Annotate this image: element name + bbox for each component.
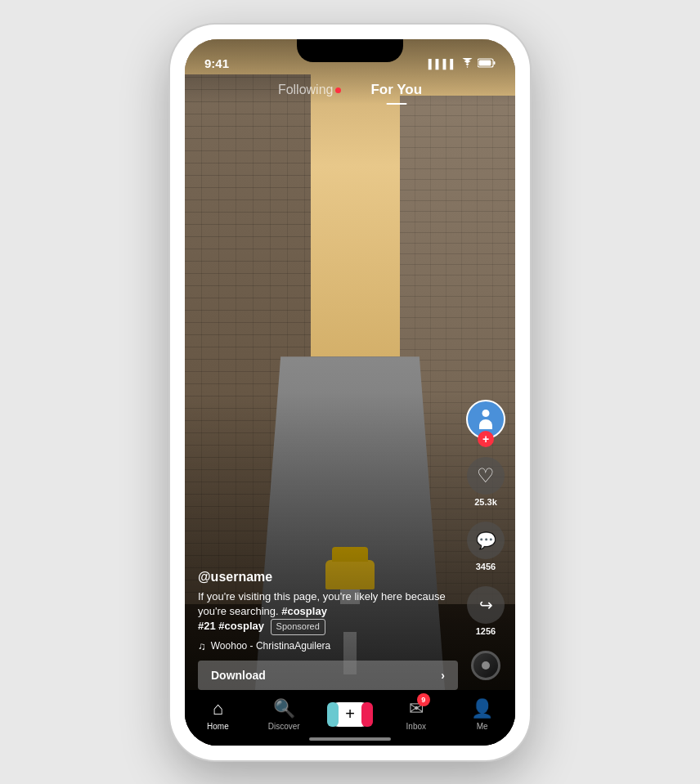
phone-screen: 9:41 ▌▌▌▌ bbox=[185, 39, 515, 746]
signal-icon: ▌▌▌▌ bbox=[429, 59, 457, 69]
search-icon: 🔍 bbox=[273, 698, 295, 719]
me-label: Me bbox=[477, 722, 488, 731]
svg-rect-2 bbox=[479, 60, 491, 65]
phone-frame: 9:41 ▌▌▌▌ bbox=[170, 25, 530, 760]
music-note-icon: ♫ bbox=[198, 640, 206, 652]
share-icon-bg: ↪ bbox=[467, 586, 505, 624]
tab-following[interactable]: Following bbox=[271, 79, 348, 101]
share-icon: ↪ bbox=[479, 595, 493, 615]
follow-button[interactable]: + bbox=[478, 431, 494, 447]
nav-profile[interactable]: 👤 Me bbox=[462, 698, 503, 731]
video-description: If you're visiting this page, you're lik… bbox=[198, 589, 458, 635]
inbox-badge-count: 9 bbox=[417, 693, 430, 706]
disc-outer bbox=[471, 651, 500, 680]
home-indicator bbox=[309, 737, 391, 741]
home-icon: ⌂ bbox=[213, 698, 223, 719]
comment-button[interactable]: 💬 3456 bbox=[467, 522, 505, 571]
profile-icon: 👤 bbox=[471, 698, 493, 719]
status-time: 9:41 bbox=[204, 56, 229, 70]
wifi-icon bbox=[461, 58, 473, 70]
music-disc[interactable] bbox=[471, 651, 500, 680]
nav-home[interactable]: ⌂ Home bbox=[197, 698, 238, 731]
download-label: Download bbox=[211, 669, 266, 682]
music-name: Woohoo - ChristinaAguilera bbox=[211, 640, 331, 652]
comment-icon-bg: 💬 bbox=[467, 522, 505, 559]
comment-icon: 💬 bbox=[476, 531, 496, 550]
status-icons: ▌▌▌▌ bbox=[429, 58, 496, 70]
heart-icon: ♡ bbox=[477, 464, 495, 487]
username-label[interactable]: @username bbox=[198, 570, 458, 585]
notch bbox=[297, 39, 403, 62]
sponsored-badge: Sponsored bbox=[271, 619, 325, 634]
video-info: @username If you're visiting this page, … bbox=[198, 570, 458, 690]
like-icon-bg: ♡ bbox=[467, 457, 505, 495]
create-plus-button[interactable]: + bbox=[332, 702, 368, 727]
plus-inner: + bbox=[332, 702, 368, 727]
like-button[interactable]: ♡ 25.3k bbox=[467, 457, 505, 507]
right-sidebar: + ♡ 25.3k 💬 3456 ↪ bbox=[466, 400, 505, 680]
battery-icon bbox=[478, 58, 496, 70]
nav-create[interactable]: + bbox=[330, 702, 370, 727]
hashtag-21[interactable]: #21 bbox=[198, 620, 216, 632]
nav-discover[interactable]: 🔍 Discover bbox=[263, 698, 304, 731]
likes-count: 25.3k bbox=[474, 497, 497, 507]
live-dot bbox=[335, 87, 341, 93]
comments-count: 3456 bbox=[476, 562, 496, 571]
download-arrow-icon: › bbox=[441, 669, 445, 682]
music-info: ♫ Woohoo - ChristinaAguilera bbox=[198, 640, 458, 652]
home-label: Home bbox=[207, 722, 229, 731]
tab-for-you[interactable]: For You bbox=[364, 78, 429, 101]
disc-inner bbox=[482, 661, 490, 670]
shares-count: 1256 bbox=[476, 626, 496, 636]
share-button[interactable]: ↪ 1256 bbox=[467, 586, 505, 636]
top-navigation: Following For You bbox=[185, 75, 515, 101]
svg-rect-1 bbox=[494, 61, 496, 65]
inbox-label: Inbox bbox=[406, 722, 426, 731]
nav-inbox[interactable]: ✉ 9 Inbox bbox=[396, 698, 437, 731]
discover-label: Discover bbox=[268, 722, 300, 731]
avatar-container[interactable]: + bbox=[466, 400, 505, 439]
hashtag-cosplay[interactable]: #cosplay bbox=[281, 605, 327, 617]
download-button[interactable]: Download › bbox=[198, 661, 458, 690]
hashtag-cosplay2[interactable]: #cosplay bbox=[218, 620, 264, 632]
plus-icon: + bbox=[345, 705, 355, 724]
